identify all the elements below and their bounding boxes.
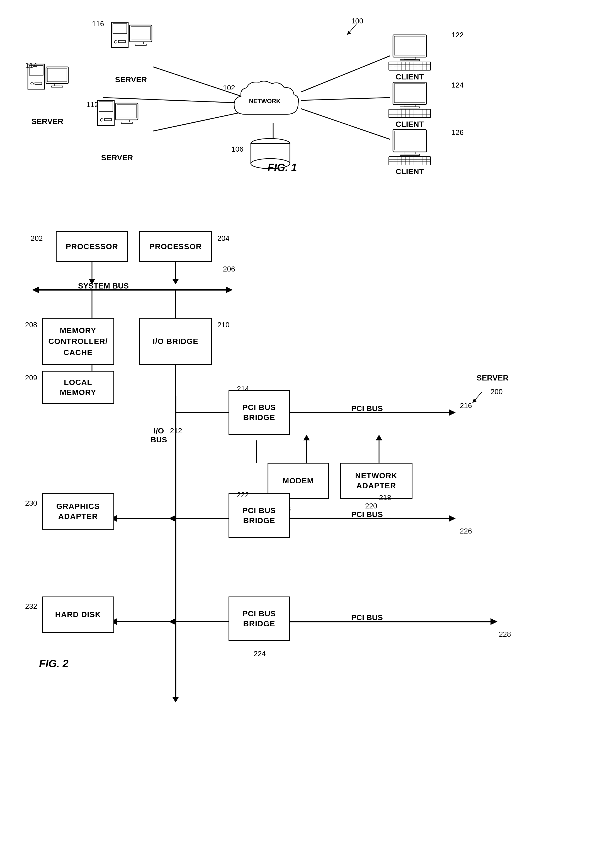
ref-210: 210 xyxy=(217,321,229,329)
svg-rect-72 xyxy=(400,154,420,155)
modem-label: MODEM xyxy=(283,476,314,486)
server-200-label: SERVER xyxy=(477,374,509,383)
svg-marker-91 xyxy=(226,287,233,293)
ref-116: 116 xyxy=(92,20,104,28)
processor-204-label: PROCESSOR xyxy=(149,242,202,252)
system-bus-label: SYSTEM BUS xyxy=(78,282,129,290)
ref-220: 220 xyxy=(365,502,377,510)
ref-230: 230 xyxy=(25,499,37,508)
svg-marker-109 xyxy=(376,435,382,440)
io-bus-label: I/OBUS xyxy=(150,426,167,444)
ref-212: 212 xyxy=(170,426,182,435)
svg-marker-90 xyxy=(32,287,39,293)
ref-pci-bus-218: 218 xyxy=(379,493,391,502)
svg-rect-69 xyxy=(393,130,426,152)
svg-rect-16 xyxy=(135,44,146,45)
ref-226: 226 xyxy=(460,527,472,535)
svg-rect-54 xyxy=(394,84,425,102)
pci-bus-216-label: PCI BUS xyxy=(351,404,383,413)
pci-bus-bridge-224-box: PCI BUSBRIDGE xyxy=(229,597,290,641)
memory-controller-box: MEMORYCONTROLLER/CACHE xyxy=(42,318,114,365)
ref-204: 204 xyxy=(217,234,229,243)
io-bridge-box: I/O BRIDGE xyxy=(139,318,212,365)
svg-rect-40 xyxy=(400,59,420,61)
ref-232: 232 xyxy=(25,602,37,611)
hard-disk-label: HARD DISK xyxy=(55,610,101,620)
graphics-adapter-label: GRAPHICSADAPTER xyxy=(56,501,100,522)
svg-marker-88 xyxy=(172,279,179,284)
network-adapter-label: NETWORKADAPTER xyxy=(355,471,397,491)
svg-point-27 xyxy=(100,118,103,121)
pci-bus-bridge-224-label: PCI BUSBRIDGE xyxy=(243,609,276,629)
svg-point-11 xyxy=(114,40,117,43)
memory-controller-label: MEMORYCONTROLLER/CACHE xyxy=(48,325,108,358)
svg-rect-29 xyxy=(116,103,138,120)
svg-marker-104 xyxy=(449,409,456,416)
ref-202: 202 xyxy=(31,234,43,243)
pci-bus-bridge-214-label: PCI BUSBRIDGE xyxy=(243,403,276,423)
local-memory-box: LOCALMEMORY xyxy=(42,371,114,404)
svg-point-19 xyxy=(31,82,33,85)
ref-126: 126 xyxy=(452,128,463,137)
processor-202-box: PROCESSOR xyxy=(56,231,128,262)
pci-bus-bridge-214-box: PCI BUSBRIDGE xyxy=(229,390,290,435)
svg-line-3 xyxy=(301,56,390,92)
ref-222: 222 xyxy=(237,491,249,499)
client-122-label: CLIENT xyxy=(395,73,424,81)
ref-224: 224 xyxy=(254,649,266,658)
svg-rect-37 xyxy=(393,35,426,57)
svg-rect-9 xyxy=(111,22,128,47)
ref-206: 206 xyxy=(223,265,235,273)
server-112-label: SERVER xyxy=(101,153,133,162)
ref-208: 208 xyxy=(25,321,37,329)
ref-114: 114 xyxy=(25,61,37,70)
ref-102: 102 xyxy=(223,84,235,92)
svg-line-5 xyxy=(301,109,390,140)
network-adapter-box: NETWORKADAPTER xyxy=(340,463,412,499)
svg-rect-38 xyxy=(394,36,425,55)
pci-bus-228-label: PCI BUS xyxy=(351,613,383,622)
svg-rect-21 xyxy=(46,67,68,84)
ref-112: 112 xyxy=(87,100,98,109)
svg-rect-32 xyxy=(121,122,132,124)
svg-rect-10 xyxy=(113,24,127,33)
svg-rect-22 xyxy=(47,68,67,82)
svg-rect-70 xyxy=(394,131,425,150)
ref-228: 228 xyxy=(499,630,511,639)
svg-rect-13 xyxy=(130,25,152,42)
svg-marker-127 xyxy=(172,697,179,702)
svg-marker-123 xyxy=(491,618,497,625)
svg-rect-25 xyxy=(98,100,114,126)
fig2-title: FIG. 2 xyxy=(39,658,68,670)
graphics-adapter-box: GRAPHICSADAPTER xyxy=(42,493,114,530)
pci-bus-220-label: PCI BUS xyxy=(351,510,383,519)
processor-204-box: PROCESSOR xyxy=(139,231,212,262)
ref-106: 106 xyxy=(231,145,243,153)
svg-line-4 xyxy=(301,98,390,100)
pci-bus-bridge-222-box: PCI BUSBRIDGE xyxy=(229,493,290,538)
local-memory-label: LOCALMEMORY xyxy=(60,377,96,398)
svg-rect-24 xyxy=(51,86,63,87)
svg-rect-26 xyxy=(99,102,113,112)
server-114-label: SERVER xyxy=(31,117,63,126)
svg-rect-28 xyxy=(105,118,111,121)
svg-rect-30 xyxy=(117,104,136,118)
ref-124: 124 xyxy=(452,81,463,90)
processor-202-label: PROCESSOR xyxy=(66,242,118,252)
ref-200: 200 xyxy=(491,388,502,396)
svg-rect-53 xyxy=(393,82,426,104)
io-bridge-label: I/O BRIDGE xyxy=(153,336,198,346)
fig1-title: FIG. 1 xyxy=(268,162,297,174)
ref-209: 209 xyxy=(25,374,37,382)
ref-122: 122 xyxy=(452,31,463,39)
svg-rect-14 xyxy=(131,26,150,40)
server-116-label: SERVER xyxy=(115,75,147,84)
svg-marker-112 xyxy=(169,515,176,522)
hard-disk-box: HARD DISK xyxy=(42,597,114,633)
svg-marker-115 xyxy=(449,515,456,522)
svg-rect-20 xyxy=(35,82,42,84)
svg-marker-120 xyxy=(169,618,176,625)
pci-bus-bridge-222-label: PCI BUSBRIDGE xyxy=(243,505,276,526)
ref-214: 214 xyxy=(237,384,249,393)
svg-text:NETWORK: NETWORK xyxy=(249,98,281,104)
